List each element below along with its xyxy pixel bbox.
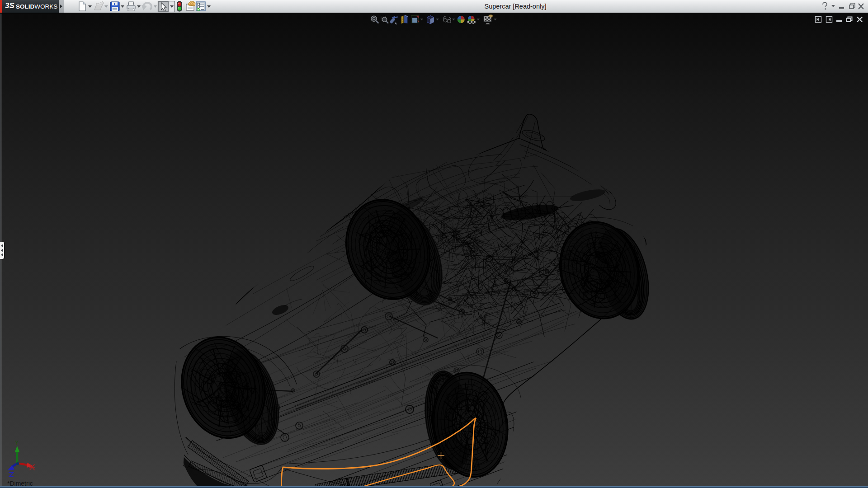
svg-text:Y: Y	[15, 440, 19, 446]
